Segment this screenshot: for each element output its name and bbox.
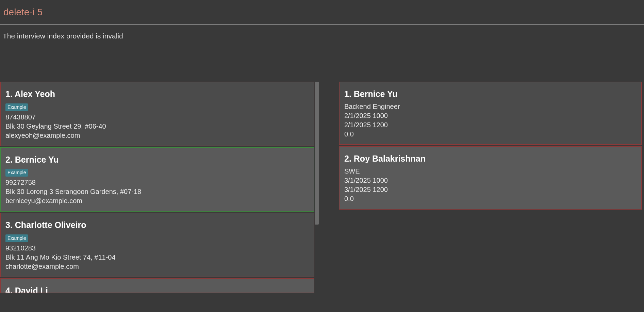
person-email: charlotte@example.com [5,262,309,271]
interview-list: 1. Bernice YuBackend Engineer2/1/2025 10… [339,82,644,312]
person-card[interactable]: 1. Alex YeohExample87438807Blk 30 Geylan… [0,82,314,146]
person-name: Alex Yeoh [13,89,55,99]
person-name: Bernice Yu [13,155,59,164]
lists-area: 1. Alex YeohExample87438807Blk 30 Geylan… [0,82,644,312]
result-message: The interview index provided is invalid [3,32,123,40]
interview-role: Backend Engineer [344,102,637,111]
person-title: 2. Bernice Yu [5,154,309,166]
person-scrollbar-thumb[interactable] [315,82,319,225]
person-phone: 87438807 [5,113,309,122]
interview-title: 2. Roy Balakrishnan [344,153,637,165]
person-title: 4. David Li [5,285,309,293]
person-index: 4. [5,286,13,293]
interview-end: 3/1/2025 1200 [344,185,637,194]
person-phone: 99272758 [5,178,309,187]
person-address: Blk 11 Ang Mo Kio Street 74, #11-04 [5,253,309,262]
person-index: 1. [5,89,13,99]
interview-start: 2/1/2025 1000 [344,111,637,120]
person-title: 1. Alex Yeoh [5,88,309,100]
interview-end: 2/1/2025 1200 [344,120,637,130]
interview-score: 0.0 [344,130,637,139]
person-address: Blk 30 Lorong 3 Serangoon Gardens, #07-1… [5,187,309,196]
person-tag: Example [5,103,28,111]
interview-card[interactable]: 1. Bernice YuBackend Engineer2/1/2025 10… [339,82,642,145]
person-scrollbar[interactable] [314,82,319,312]
interview-start: 3/1/2025 1000 [344,176,637,185]
person-card[interactable]: 3. Charlotte OliveiroExample93210283Blk … [0,213,314,277]
command-input[interactable] [3,5,641,19]
interview-index: 2. [344,154,351,163]
command-bar [0,0,644,24]
interview-card[interactable]: 2. Roy BalakrishnanSWE3/1/2025 10003/1/2… [339,146,642,210]
person-name: David Li [13,286,48,293]
person-list: 1. Alex YeohExample87438807Blk 30 Geylan… [0,82,314,312]
person-card[interactable]: 2. Bernice YuExample99272758Blk 30 Loron… [0,147,314,212]
interview-index: 1. [344,89,351,99]
interview-name: Bernice Yu [351,89,398,99]
person-index: 2. [5,155,13,164]
interview-title: 1. Bernice Yu [344,88,637,100]
person-index: 3. [5,220,13,230]
person-name: Charlotte Oliveiro [13,220,86,230]
person-address: Blk 30 Geylang Street 29, #06-40 [5,122,309,131]
result-display: The interview index provided is invalid [0,24,644,82]
interview-name: Roy Balakrishnan [351,154,426,163]
person-title: 3. Charlotte Oliveiro [5,219,309,231]
person-email: berniceyu@example.com [5,196,309,206]
person-phone: 93210283 [5,244,309,253]
interview-score: 0.0 [344,194,637,203]
person-tag: Example [5,169,28,177]
person-email: alexyeoh@example.com [5,131,309,140]
person-tag: Example [5,234,28,242]
interview-role: SWE [344,167,637,176]
person-panel: 1. Alex YeohExample87438807Blk 30 Geylan… [0,82,319,312]
person-card[interactable]: 4. David Li [0,278,314,293]
